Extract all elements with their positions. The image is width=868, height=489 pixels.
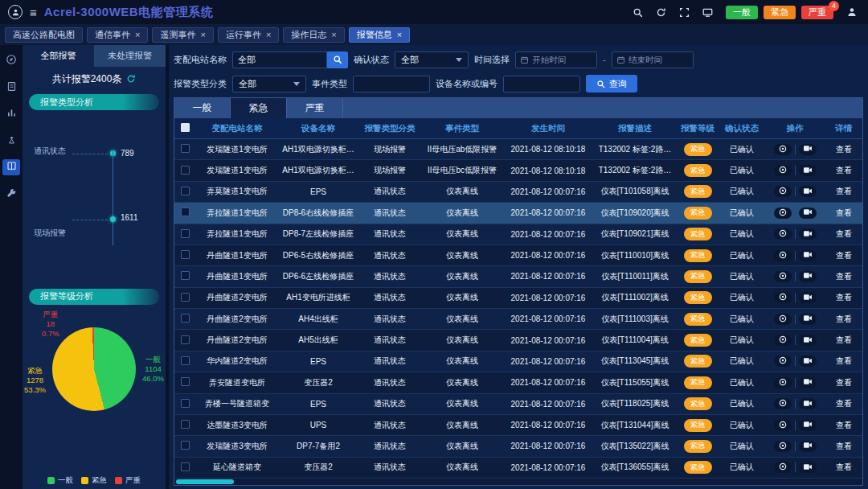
table-row[interactable]: 丹曲隧道1变电所DP6-5右线检修插座通讯状态仪表离线2021-08-12 00… [174,245,862,266]
row-checkbox[interactable] [174,356,195,367]
video-action-button[interactable] [799,186,817,197]
confirm-action-button[interactable] [774,441,792,452]
view-detail-link[interactable]: 查看 [836,229,852,238]
account-avatar-icon[interactable] [844,4,860,20]
view-detail-link[interactable]: 查看 [836,399,852,408]
confirm-action-button[interactable] [774,335,792,346]
video-action-button[interactable] [799,377,817,388]
refresh-icon[interactable] [653,4,669,20]
table-row[interactable]: 弄莫隧道1变电所EPS通讯状态仪表离线2021-08-12 00:07:16仪表… [174,182,862,203]
start-time-field[interactable] [515,51,597,68]
row-checkbox[interactable] [174,335,195,346]
confirm-action-button[interactable] [774,462,792,473]
table-row[interactable]: 丹曲隧道2变电所AH4出线柜通讯状态仪表离线2021-08-12 00:07:1… [174,309,862,330]
confirm-action-button[interactable] [774,165,792,176]
row-checkbox[interactable] [174,462,195,473]
row-checkbox[interactable] [174,441,195,451]
video-action-button[interactable] [799,271,817,282]
view-detail-link[interactable]: 查看 [836,421,852,429]
end-time-input[interactable] [628,55,688,64]
table-row[interactable]: 发瑞隧道1变电所AH1双电源切换柜…现场报警II母电压ab低限报警2021-08… [174,139,862,160]
table-row[interactable]: 丹曲隧道2变电所AH1变电所进线柜通讯状态仪表离线2021-08-12 00:0… [174,288,862,309]
view-detail-link[interactable]: 查看 [836,208,852,217]
menu-toggle-icon[interactable]: ≡ [30,6,37,18]
video-action-button[interactable] [799,144,817,155]
row-checkbox[interactable] [174,187,195,197]
tab-close-icon[interactable]: × [266,30,271,39]
view-detail-link[interactable]: 查看 [836,251,852,260]
video-action-button[interactable] [799,292,817,303]
rail-item-tools-icon[interactable] [2,186,20,202]
confirm-action-button[interactable] [774,228,792,240]
row-checkbox[interactable] [174,229,195,240]
confirm-action-button[interactable] [774,144,792,155]
tab-close-icon[interactable]: × [135,30,140,39]
page-tab[interactable]: 报警信息× [349,27,410,43]
table-row[interactable]: 丹曲隧道2变电所AH5出线柜通讯状态仪表离线2021-08-12 00:07:1… [174,330,862,351]
refresh-total-icon[interactable] [126,74,136,84]
end-time-field[interactable] [612,51,694,68]
row-checkbox[interactable] [174,420,195,430]
view-detail-link[interactable]: 查看 [836,187,852,195]
page-tab[interactable]: 操作日志× [283,27,344,43]
confirm-action-button[interactable] [774,355,792,367]
scrollbar-thumb[interactable] [176,479,234,484]
page-tab[interactable]: 遥测事件× [152,27,213,43]
legend-item[interactable]: 紧急 [81,475,107,486]
view-detail-link[interactable]: 查看 [836,145,852,154]
view-detail-link[interactable]: 查看 [836,356,852,365]
row-checkbox[interactable] [174,250,195,261]
rail-item-signal-tower-icon[interactable] [2,133,20,149]
confirm-action-button[interactable] [774,377,792,388]
row-checkbox[interactable] [174,293,195,303]
severity-pill[interactable]: 一般 [726,6,758,19]
video-action-button[interactable] [799,335,817,346]
video-action-button[interactable] [799,355,817,367]
table-row[interactable]: 发瑞隧道3变电所DP7-7备用2通讯状态仪表离线2021-08-12 00:07… [174,436,862,457]
page-tab[interactable]: 高速公路配电图 [5,27,83,43]
page-tab[interactable]: 通信事件× [87,27,148,43]
confirm-action-button[interactable] [774,271,792,282]
table-row[interactable]: 延心隧道箱变变压器2通讯状态仪表离线2021-08-12 00:07:16仪表[… [174,458,862,479]
legend-item[interactable]: 一般 [47,475,73,486]
confirm-action-button[interactable] [774,398,792,409]
header-checkbox[interactable] [174,123,195,134]
table-row[interactable]: 弄楼一号隧道箱变EPS通讯状态仪表离线2021-08-12 00:07:16仪表… [174,394,862,415]
table-row[interactable]: 弄拉隧道1变电所DP8-6右线检修插座通讯状态仪表离线2021-08-12 00… [174,203,862,224]
view-detail-link[interactable]: 查看 [836,462,852,471]
table-row[interactable]: 华内隧道2变电所EPS通讯状态仪表离线2021-08-12 00:07:16仪表… [174,351,862,372]
confirm-action-button[interactable] [774,208,792,219]
table-row[interactable]: 弄拉隧道1变电所DP8-7左线检修插座通讯状态仪表离线2021-08-12 00… [174,224,862,245]
view-detail-link[interactable]: 查看 [836,272,852,281]
rail-item-alarm-log-icon[interactable] [2,159,20,175]
confirm-action-button[interactable] [774,292,792,303]
row-checkbox[interactable] [174,377,195,388]
alarm-category-select[interactable]: 全部 [232,76,306,92]
rail-item-compass-icon[interactable] [2,53,20,69]
video-action-button[interactable] [799,441,817,452]
severity-pill[interactable]: 严重4 [801,6,833,19]
row-checkbox[interactable] [174,144,195,154]
severity-tab[interactable]: 紧急 [231,98,287,118]
video-action-button[interactable] [799,398,817,409]
event-type-input[interactable] [353,76,430,92]
row-checkbox[interactable] [174,399,195,409]
confirm-action-button[interactable] [774,314,792,325]
video-action-button[interactable] [799,228,817,240]
start-time-input[interactable] [532,55,592,64]
video-action-button[interactable] [799,250,817,261]
view-detail-link[interactable]: 查看 [836,293,852,302]
confirm-action-button[interactable] [774,250,792,261]
table-row[interactable]: 丹曲隧道1变电所DP6-6左线检修插座通讯状态仪表离线2021-08-12 00… [174,266,862,287]
tab-close-icon[interactable]: × [397,30,402,39]
view-detail-link[interactable]: 查看 [836,442,852,450]
user-avatar-icon[interactable] [8,5,23,19]
confirm-status-select[interactable]: 全部 [395,51,469,68]
table-row[interactable]: 弄安隧道变电所变压器2通讯状态仪表离线2021-08-12 00:07:16仪表… [174,372,862,393]
legend-item[interactable]: 严重 [115,475,141,486]
search-icon[interactable] [629,4,645,20]
video-action-button[interactable] [799,165,817,176]
view-detail-link[interactable]: 查看 [836,166,852,175]
row-checkbox[interactable] [174,166,195,176]
rail-item-clipboard-icon[interactable] [2,80,20,96]
